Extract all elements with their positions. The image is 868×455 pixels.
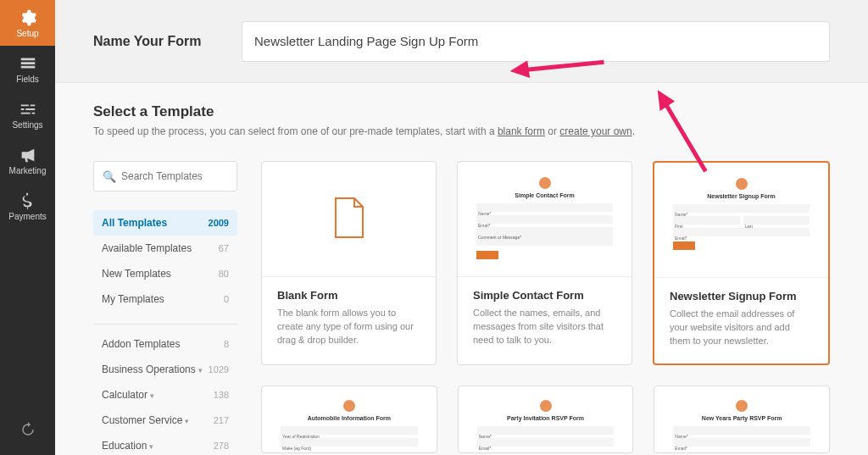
nav-setup[interactable]: Setup <box>0 0 55 46</box>
nav-settings[interactable]: Settings <box>0 92 55 137</box>
category-count: 1029 <box>209 364 229 375</box>
category-count: 80 <box>219 269 229 279</box>
chevron-down-icon: ▾ <box>198 366 203 375</box>
category-all-templates[interactable]: All Templates 2009 <box>93 210 237 236</box>
gear-icon <box>19 8 37 27</box>
nav-label: Settings <box>12 120 42 130</box>
mini-form-preview: New Years Party RSVP Form Name* Email* <box>663 393 821 453</box>
category-group-main: All Templates 2009 Available Templates 6… <box>93 210 237 312</box>
category-count: 138 <box>214 390 229 400</box>
chevron-down-icon: ▾ <box>150 391 154 400</box>
category-label: New Templates <box>102 268 171 280</box>
nav-fields[interactable]: Fields <box>0 46 55 92</box>
category-count: 278 <box>214 441 229 451</box>
card-desc: The blank form allows you to create any … <box>277 307 420 347</box>
category-customer-service[interactable]: Customer Service▾ 217 <box>93 408 237 433</box>
card-title: Simple Contact Form <box>473 289 616 302</box>
category-label: Business Operations▾ <box>102 363 203 375</box>
history-button[interactable] <box>0 413 55 447</box>
form-name-input[interactable] <box>242 21 830 62</box>
category-label: Addon Templates <box>102 338 181 350</box>
sliders-icon <box>19 100 37 119</box>
card-info: Simple Contact Form Collect the names, e… <box>458 276 632 363</box>
nav-label: Marketing <box>9 166 47 175</box>
search-box[interactable]: 🔍 <box>93 161 237 191</box>
category-divider <box>93 324 237 325</box>
mini-form-preview: Newsletter Signup Form Name* FirstLast E… <box>663 171 820 269</box>
dollar-icon <box>19 191 37 210</box>
nav-label: Payments <box>8 212 46 221</box>
nav-marketing[interactable]: Marketing <box>0 137 55 183</box>
nav-label: Fields <box>16 75 39 84</box>
sidebar: Setup Fields Settings Marketing Payments <box>0 0 55 455</box>
link-blank-form[interactable]: blank form <box>498 125 545 137</box>
main-content: Name Your Form Select a Template To spee… <box>55 0 868 455</box>
category-label: Education▾ <box>102 440 153 452</box>
card-preview <box>262 162 436 276</box>
category-my[interactable]: My Templates 0 <box>93 286 237 312</box>
card-preview: Newsletter Signup Form Name* FirstLast E… <box>654 163 828 277</box>
chevron-down-icon: ▾ <box>185 417 189 425</box>
template-card-blank[interactable]: Blank Form The blank form allows you to … <box>261 161 437 365</box>
card-desc: Collect the email addresses of your webs… <box>670 308 813 348</box>
card-info: Newsletter Signup Form Collect the email… <box>654 277 828 363</box>
category-education[interactable]: Education▾ 278 <box>93 433 237 455</box>
chevron-down-icon: ▾ <box>149 442 153 451</box>
mini-form-preview: Simple Contact Form Name* Email* Comment… <box>466 170 623 268</box>
content-row: 🔍 All Templates 2009 Available Templates… <box>93 161 830 455</box>
category-group-addon: Addon Templates 8 Business Operations▾ 1… <box>93 331 237 455</box>
template-card-partial[interactable]: New Years Party RSVP Form Name* Email* <box>654 386 830 453</box>
name-bar: Name Your Form <box>55 0 868 83</box>
category-label: All Templates <box>102 217 167 229</box>
card-desc: Collect the names, emails, and messages … <box>473 307 616 347</box>
mini-form-preview: Party Invitation RSVP Form Name* Email* <box>467 393 625 453</box>
categories-column: 🔍 All Templates 2009 Available Templates… <box>93 161 237 455</box>
category-addon[interactable]: Addon Templates 8 <box>93 331 237 357</box>
search-icon: 🔍 <box>103 170 116 183</box>
category-business[interactable]: Business Operations▾ 1029 <box>93 357 237 382</box>
nav-label: Setup <box>16 29 38 38</box>
bullhorn-icon <box>19 146 37 164</box>
templates-area: Select a Template To speed up the proces… <box>55 83 868 455</box>
category-count: 0 <box>224 294 229 304</box>
category-count: 8 <box>224 339 229 349</box>
section-subtitle: To speed up the process, you can select … <box>93 125 830 137</box>
category-count: 67 <box>219 243 229 253</box>
list-icon <box>19 54 37 73</box>
blank-file-icon <box>332 197 366 242</box>
card-row: Blank Form The blank form allows you to … <box>261 161 830 365</box>
name-label: Name Your Form <box>93 34 242 49</box>
templates-grid: Blank Form The blank form allows you to … <box>261 161 830 455</box>
nav-payments[interactable]: Payments <box>0 183 55 229</box>
category-label: Calculator▾ <box>102 389 154 401</box>
mini-form-preview: Automobile Information Form Year of Regi… <box>270 393 428 453</box>
category-label: Customer Service▾ <box>102 414 189 426</box>
category-label: My Templates <box>102 293 164 305</box>
template-card-contact[interactable]: Simple Contact Form Name* Email* Comment… <box>457 161 632 365</box>
search-input[interactable] <box>121 170 228 182</box>
category-label: Available Templates <box>102 242 192 254</box>
category-available[interactable]: Available Templates 67 <box>93 236 237 261</box>
category-new[interactable]: New Templates 80 <box>93 261 237 286</box>
category-count: 217 <box>214 415 229 425</box>
category-count: 2009 <box>209 218 229 228</box>
section-title: Select a Template <box>93 103 830 120</box>
card-preview: Simple Contact Form Name* Email* Comment… <box>458 162 632 276</box>
card-info: Blank Form The blank form allows you to … <box>262 276 436 363</box>
template-card-newsletter[interactable]: Newsletter Signup Form Name* FirstLast E… <box>653 161 830 365</box>
link-create-own[interactable]: create your own <box>559 125 632 137</box>
template-card-partial[interactable]: Automobile Information Form Year of Regi… <box>261 386 437 453</box>
history-icon <box>20 422 36 437</box>
template-card-partial[interactable]: Party Invitation RSVP Form Name* Email* <box>458 386 634 453</box>
card-title: Newsletter Signup Form <box>670 290 813 302</box>
card-title: Blank Form <box>277 289 420 302</box>
card-row: Automobile Information Form Year of Regi… <box>261 386 830 453</box>
category-calculator[interactable]: Calculator▾ 138 <box>93 382 237 408</box>
